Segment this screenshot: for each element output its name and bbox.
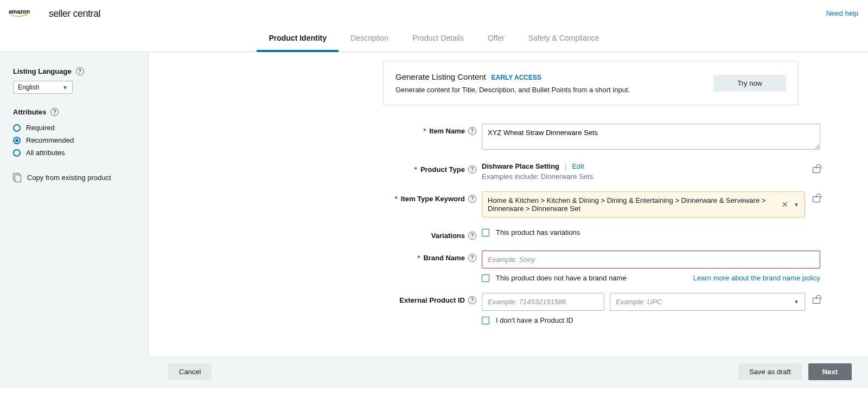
language-select[interactable]: English ▼	[13, 81, 73, 94]
attributes-label: Attributes	[13, 108, 46, 116]
help-icon[interactable]: ?	[468, 296, 476, 304]
brand-name-label: Brand Name	[423, 254, 465, 262]
required-asterisk: *	[414, 165, 417, 174]
logo-subtext: seller central	[49, 8, 100, 20]
help-icon[interactable]: ?	[50, 108, 59, 116]
copy-from-existing[interactable]: Copy from existing product	[13, 173, 135, 182]
early-access-badge: EARLY ACCESS	[492, 74, 541, 81]
help-icon[interactable]: ?	[76, 67, 84, 75]
external-product-id-input[interactable]	[482, 293, 604, 311]
attr-option-required[interactable]: Required	[13, 121, 135, 134]
variations-checkbox[interactable]	[482, 229, 489, 236]
item-type-keyword-select[interactable]: Home & Kitchen > Kitchen & Dining > Dini…	[482, 191, 805, 217]
no-product-id-checkbox[interactable]	[482, 317, 489, 324]
radio-icon	[13, 149, 21, 157]
help-icon[interactable]: ?	[468, 127, 476, 135]
product-type-label: Product Type	[420, 165, 465, 174]
save-draft-button[interactable]: Save as draft	[738, 363, 802, 380]
generate-subtitle: Generate content for Title, Description,…	[395, 86, 630, 94]
required-asterisk: *	[417, 254, 420, 262]
required-asterisk: *	[395, 195, 398, 203]
required-asterisk: *	[423, 127, 426, 135]
listing-language-label: Listing Language	[13, 67, 72, 75]
lock-open-icon[interactable]	[813, 295, 820, 304]
help-icon[interactable]: ?	[468, 232, 476, 240]
edit-product-type-link[interactable]: Edit	[572, 162, 584, 170]
no-product-id-label: I don't have a Product ID	[496, 316, 573, 324]
chevron-down-icon: ▼	[62, 85, 68, 91]
chevron-down-icon: ▼	[794, 299, 799, 305]
attr-option-all[interactable]: All attributes	[13, 146, 135, 159]
main-panel: Generate Listing Content EARLY ACCESS Ge…	[149, 52, 868, 356]
try-now-button[interactable]: Try now	[713, 75, 786, 92]
external-product-id-label: External Product ID	[399, 296, 465, 304]
variations-checkbox-label: This product has variations	[496, 228, 580, 236]
help-icon[interactable]: ?	[468, 165, 476, 174]
item-type-keyword-label: Item Type Keyword	[401, 195, 465, 203]
product-type-value: Dishware Place Setting	[482, 162, 559, 170]
sidebar: Listing Language ? English ▼ Attributes …	[0, 52, 149, 356]
tab-description[interactable]: Description	[339, 28, 400, 52]
brand-name-input[interactable]	[482, 251, 820, 268]
copy-icon	[13, 173, 22, 182]
tab-offer[interactable]: Offer	[476, 28, 516, 52]
clear-icon[interactable]: ✕	[782, 200, 788, 209]
generate-content-card: Generate Listing Content EARLY ACCESS Ge…	[383, 61, 799, 105]
brand-policy-link[interactable]: Learn more about the brand name policy	[693, 274, 820, 282]
lock-open-icon[interactable]	[813, 164, 820, 173]
variations-label: Variations	[431, 232, 465, 240]
chevron-down-icon: ▼	[794, 202, 799, 208]
attr-option-recommended[interactable]: Recommended	[13, 134, 135, 146]
amazon-logo-icon: amazon	[9, 7, 47, 20]
help-icon[interactable]: ?	[468, 254, 476, 262]
logo: amazon seller central	[9, 7, 100, 20]
tab-safety-compliance[interactable]: Safety & Compliance	[516, 28, 611, 52]
item-name-label: Item Name	[429, 127, 465, 135]
tab-product-details[interactable]: Product Details	[400, 28, 476, 52]
item-name-input[interactable]	[482, 124, 820, 150]
radio-icon	[13, 124, 21, 132]
product-type-example: Examples include: Dinnerware Sets	[482, 172, 805, 181]
cancel-button[interactable]: Cancel	[168, 363, 212, 380]
svg-text:amazon: amazon	[9, 8, 30, 15]
need-help-link[interactable]: Need help	[826, 9, 858, 17]
tab-product-identity[interactable]: Product Identity	[257, 28, 339, 52]
generate-title: Generate Listing Content	[395, 72, 486, 81]
help-icon[interactable]: ?	[468, 195, 476, 203]
no-brand-label: This product does not have a brand name	[496, 274, 627, 282]
tabs-bar: Product Identity Description Product Det…	[0, 24, 868, 52]
next-button[interactable]: Next	[808, 363, 852, 380]
no-brand-checkbox[interactable]	[482, 274, 489, 282]
radio-icon	[13, 137, 21, 144]
footer-bar: Cancel Save as draft Next	[0, 356, 868, 388]
lock-open-icon[interactable]	[813, 194, 820, 202]
external-product-id-type-select[interactable]: Example: UPC ▼	[610, 293, 805, 311]
